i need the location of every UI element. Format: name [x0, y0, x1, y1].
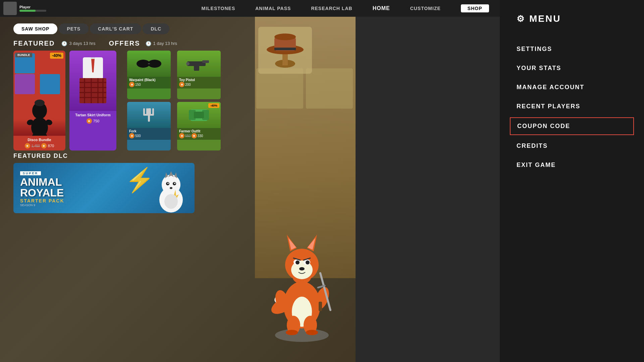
coin-icon-farmer-orig: ⊛	[179, 133, 184, 138]
tartan-price: 750	[93, 119, 99, 123]
menu-title-text: MENU	[529, 13, 561, 24]
tartan-skirt-price: ⊛ 750	[72, 118, 114, 124]
svg-point-47	[164, 194, 178, 209]
nav-animal-pass[interactable]: ANIMAL PASS	[255, 6, 291, 11]
dlc-animal-label: ANIMAL	[20, 177, 64, 187]
nav-research-lab[interactable]: RESEARCH LAB	[311, 6, 352, 11]
nav-home[interactable]: HOME	[373, 5, 390, 11]
svg-rect-35	[194, 112, 204, 118]
warpaint-image	[127, 51, 171, 77]
avatar	[3, 2, 17, 15]
offers-title: OFFERS	[109, 40, 140, 47]
coin-icon-farmer-sale: ⊛	[192, 133, 197, 138]
clock-icon-featured: 🕐	[61, 41, 67, 46]
svg-point-53	[274, 34, 296, 40]
svg-point-45	[170, 187, 172, 189]
farmer-outfit-price: ⊛ 550 ⊛ 330	[179, 133, 219, 138]
offers-timer: 🕐 1 day 13 hrs	[146, 41, 177, 46]
bundle-thumb-4	[40, 74, 60, 94]
coin-icon-warpaint: ⊛	[129, 82, 135, 87]
nav-customize[interactable]: CUSTOMIZE	[410, 6, 441, 11]
featured-timer-text: 3 days 13 hrs	[69, 41, 95, 46]
offers-grid: Warpaint (Black) ⊛ 150	[127, 51, 224, 150]
toy-pistol-icon	[184, 55, 214, 72]
dlc-season-label: SEASON 9	[20, 203, 64, 207]
svg-point-64	[306, 330, 318, 335]
xp-bar	[19, 10, 46, 12]
bundle-thumb-3	[15, 74, 35, 94]
menu-title: ⚙ MENU	[517, 13, 627, 24]
tartan-skirt-info: Tartan Skirt Uniform ⊛ 750	[69, 111, 116, 126]
menu-item-exit-game[interactable]: EXIT GAME	[517, 157, 627, 173]
svg-point-25	[186, 62, 190, 65]
coin-icon-tartan: ⊛	[87, 118, 92, 124]
fork-price-val: 500	[135, 134, 141, 138]
offers-timer-text: 1 day 13 hrs	[153, 41, 177, 46]
clock-icon-offers: 🕐	[146, 41, 151, 46]
menu-item-coupon-code[interactable]: COUPON CODE	[510, 117, 634, 135]
svg-point-44	[174, 183, 175, 184]
player-info: Player	[19, 5, 46, 12]
fork-image	[127, 102, 171, 128]
discount-badge-bundle: -40%	[50, 53, 63, 59]
menu-item-recent-players[interactable]: RECENT PLAYERS	[517, 98, 627, 115]
dlc-super-label: SUPER	[20, 171, 41, 175]
hat-display-stand	[258, 27, 312, 74]
toy-pistol-info: Toy Pistol ⊛ 200	[177, 77, 221, 88]
dlc-hedgehog-character	[154, 170, 188, 213]
dlc-royale-label: ROYALE	[20, 187, 64, 198]
svg-point-63	[286, 330, 298, 335]
featured-title: FEATURED	[13, 40, 55, 47]
menu-item-manage-account[interactable]: MANAGE ACCOUNT	[517, 79, 627, 96]
xp-fill	[19, 10, 36, 12]
dlc-section: FEATURED DLC SUPER ANIMAL ROYALE STARTER…	[0, 153, 356, 217]
featured-timer: 🕐 3 days 13 hrs	[61, 41, 95, 46]
menu-item-credits[interactable]: CREDITS	[517, 138, 627, 154]
nav-shop[interactable]: SHOP	[461, 4, 489, 12]
farmer-outfit-info: Farmer Outfit ⊛ 550 ⊛ 330	[177, 128, 221, 140]
menu-item-your-stats[interactable]: YOUR STATS	[517, 60, 627, 76]
tartan-skirt-name: Tartan Skirt Uniform	[72, 113, 114, 117]
svg-rect-31	[143, 114, 154, 116]
product-warpaint[interactable]: Warpaint (Black) ⊛ 150	[127, 51, 171, 99]
svg-point-74	[296, 260, 300, 264]
tab-dlc[interactable]: DLC	[143, 23, 169, 34]
disco-bundle-price: ⊛ 1,450 ⊛ 870	[16, 143, 63, 148]
cowboy-hat-icon	[262, 30, 309, 70]
fork-name: Fork	[129, 129, 169, 133]
product-farmer-outfit[interactable]: -40% Farmer Outfit ⊛ 550 ⊛	[177, 102, 221, 150]
toy-pistol-price-val: 200	[185, 83, 191, 86]
product-fork[interactable]: Fork ⊛ 500	[127, 102, 171, 150]
farmer-price-original: 550	[185, 134, 191, 138]
warpaint-price: ⊛ 150	[129, 82, 169, 87]
tartan-outfit-icon	[78, 54, 108, 108]
coin-icon-pistol: ⊛	[179, 82, 184, 87]
dlc-banner[interactable]: SUPER ANIMAL ROYALE STARTER PACK SEASON …	[13, 163, 195, 213]
product-disco-bundle[interactable]: BUNDLE -40%	[13, 51, 65, 150]
dlc-text-block: SUPER ANIMAL ROYALE STARTER PACK SEASON …	[20, 170, 64, 207]
menu-items-list: SETTINGS YOUR STATS MANAGE ACCOUNT RECEN…	[517, 41, 627, 173]
tab-carls-cart[interactable]: CARL'S CART	[90, 23, 141, 34]
tab-saw-shop[interactable]: SAW SHOP	[13, 23, 57, 34]
toy-pistol-name: Toy Pistol	[179, 78, 219, 82]
disco-price-original: 1,450	[32, 144, 40, 148]
toy-pistol-price: ⊛ 200	[179, 82, 219, 87]
menu-panel: ⚙ MENU SETTINGS YOUR STATS MANAGE ACCOUN…	[500, 0, 644, 362]
disco-price-sale: 870	[48, 144, 54, 148]
svg-rect-10	[79, 78, 106, 103]
disco-bundle-info: Disco Bundle ⊛ 1,450 ⊛ 870	[13, 136, 65, 150]
nav-milestones[interactable]: MILESTONES	[201, 6, 235, 11]
warpaint-name: Warpaint (Black)	[129, 78, 169, 82]
menu-item-settings[interactable]: SETTINGS	[517, 41, 627, 57]
hedgehog-character-icon	[154, 170, 188, 213]
discount-badge-farmer: -40%	[208, 103, 219, 108]
disco-bundle-name: Disco Bundle	[16, 138, 63, 142]
tab-pets[interactable]: PETS	[59, 23, 89, 34]
product-tartan-skirt[interactable]: Tartan Skirt Uniform ⊛ 750	[69, 51, 116, 150]
product-toy-pistol[interactable]: Toy Pistol ⊛ 200	[177, 51, 221, 99]
featured-dlc-title: FEATURED DLC	[13, 153, 342, 160]
svg-rect-81	[319, 302, 322, 311]
svg-rect-52	[274, 48, 296, 50]
warpaint-icon	[134, 55, 164, 72]
farmer-outfit-icon	[184, 107, 214, 123]
